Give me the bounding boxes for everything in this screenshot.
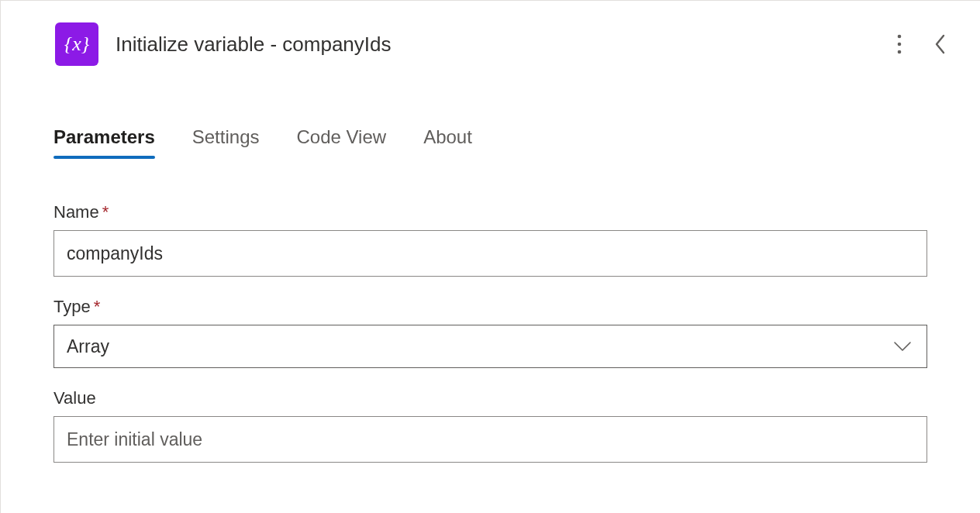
- more-vertical-icon: [896, 33, 902, 55]
- type-label: Type*: [53, 297, 927, 317]
- type-label-text: Type: [53, 297, 91, 316]
- tab-list: Parameters Settings Code View About: [1, 126, 980, 157]
- name-input[interactable]: [53, 230, 927, 277]
- field-type: Type* Array: [53, 297, 927, 368]
- svg-point-0: [898, 35, 902, 39]
- tab-code-view[interactable]: Code View: [296, 126, 386, 157]
- required-indicator: *: [102, 202, 109, 222]
- parameters-form: Name* Type* Array Value: [1, 157, 980, 463]
- tab-about[interactable]: About: [423, 126, 472, 157]
- tab-settings[interactable]: Settings: [192, 126, 260, 157]
- collapse-button[interactable]: [929, 28, 952, 60]
- name-label: Name*: [53, 202, 927, 222]
- variable-icon: {x}: [55, 22, 98, 66]
- name-label-text: Name: [53, 202, 99, 222]
- variable-icon-glyph: {x}: [64, 33, 89, 56]
- more-menu-button[interactable]: [892, 29, 907, 60]
- action-config-panel: {x} Initialize variable - companyIds Par…: [0, 0, 980, 513]
- panel-title: Initialize variable - companyIds: [116, 33, 875, 57]
- type-select[interactable]: Array: [53, 325, 927, 368]
- panel-header: {x} Initialize variable - companyIds: [1, 1, 980, 66]
- type-select-wrap: Array: [53, 325, 927, 368]
- value-label: Value: [53, 388, 927, 408]
- field-value: Value: [53, 388, 927, 463]
- chevron-left-icon: [933, 33, 947, 56]
- header-actions: [892, 28, 957, 60]
- value-input[interactable]: [53, 416, 927, 463]
- tab-parameters[interactable]: Parameters: [53, 126, 155, 157]
- field-name: Name*: [53, 202, 927, 277]
- svg-point-1: [898, 43, 902, 46]
- required-indicator: *: [94, 297, 101, 316]
- svg-point-2: [898, 50, 902, 54]
